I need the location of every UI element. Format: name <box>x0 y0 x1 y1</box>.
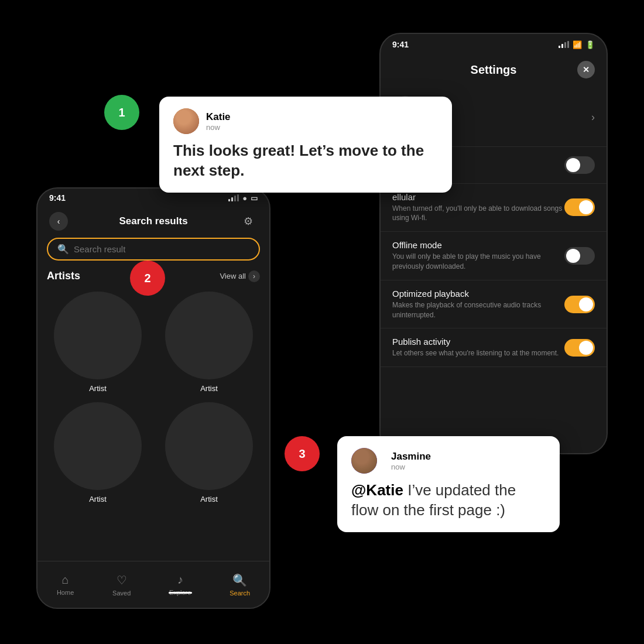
gear-button[interactable]: ⚙ <box>239 212 258 231</box>
notif-meta-katie: Katie now <box>206 111 231 132</box>
settings-label-optimized: Optimized playback <box>392 289 564 299</box>
notif-time-katie: now <box>206 123 231 132</box>
battery-icon-settings: 🔋 <box>585 40 595 49</box>
phone-settings: 9:41 📶 🔋 Settings ✕ me! › When your song… <box>379 33 608 454</box>
avatar-jasmine <box>351 448 377 474</box>
toggle-hint[interactable] <box>564 156 595 174</box>
wifi-icon: ● <box>242 194 247 203</box>
nav-search[interactable]: 🔍 Search <box>229 573 250 597</box>
status-time-settings: 9:41 <box>392 40 409 49</box>
view-all-label: View all <box>220 272 246 280</box>
search-input[interactable]: Search result <box>74 244 249 254</box>
arrow-right-icon: › <box>591 111 595 124</box>
nav-search-label: Search <box>229 590 250 597</box>
artist-item-1[interactable]: Artist <box>47 292 149 393</box>
artist-avatar-4 <box>165 402 253 490</box>
close-button[interactable]: ✕ <box>577 61 595 78</box>
settings-label-publish: Publish activity <box>392 337 564 347</box>
artist-item-4[interactable]: Artist <box>158 402 260 503</box>
settings-title: Settings <box>410 63 577 77</box>
settings-desc-offline: You will only be able to play the music … <box>392 252 564 272</box>
search-icon: 🔍 <box>57 244 69 255</box>
search-nav-icon: 🔍 <box>232 573 247 587</box>
status-time-music: 9:41 <box>49 193 66 203</box>
saved-icon: ♡ <box>117 573 127 587</box>
home-icon: ⌂ <box>62 573 69 587</box>
back-button[interactable]: ‹ <box>49 212 68 231</box>
nav-home[interactable]: ⌂ Home <box>57 573 74 596</box>
settings-item-text-cellular: ellular When turned off, you'll only be … <box>392 192 564 224</box>
avatar-katie <box>173 108 199 134</box>
phone-music: 9:41 ● ▭ ‹ Search results ⚙ 🔍 Search res… <box>36 187 270 609</box>
notif-message-katie: This looks great! Let’s move to the next… <box>173 141 438 181</box>
status-bar-settings: 9:41 📶 🔋 <box>381 34 607 55</box>
artist-name-1: Artist <box>89 384 107 393</box>
notif-header-katie: Katie now <box>173 108 438 134</box>
artists-grid: Artist Artist Artist Artist <box>47 292 260 503</box>
toggle-cellular[interactable] <box>564 198 595 216</box>
search-bar[interactable]: 🔍 Search result <box>47 238 260 261</box>
artists-title: Artists <box>47 270 80 282</box>
back-icon: ‹ <box>57 217 60 226</box>
artist-item-3[interactable]: Artist <box>47 402 149 503</box>
toggle-optimized[interactable] <box>564 296 595 313</box>
settings-label-offline: Offline mode <box>392 240 564 250</box>
nav-active-indicator <box>169 592 192 594</box>
artist-avatar-2 <box>165 292 253 379</box>
artist-avatar-1 <box>54 292 142 379</box>
notification-katie: Katie now This looks great! Let’s move t… <box>159 97 452 193</box>
view-all-arrow: › <box>248 270 260 282</box>
settings-header: Settings ✕ <box>381 55 607 88</box>
signal-icon <box>228 194 239 201</box>
artist-name-3: Artist <box>89 495 107 503</box>
notif-header-jasmine: Jasmine now <box>351 448 546 474</box>
gear-icon: ⚙ <box>244 215 253 228</box>
bottom-nav: ⌂ Home ♡ Saved ♪ Explore 🔍 Search <box>37 561 269 608</box>
status-icons-settings: 📶 🔋 <box>559 40 595 49</box>
view-all-button[interactable]: View all › <box>220 270 260 282</box>
settings-item-text-offline: Offline mode You will only be able to pl… <box>392 240 564 272</box>
settings-item-publish[interactable]: Publish activity Let others see what you… <box>381 328 607 367</box>
settings-label-cellular: ellular <box>392 192 564 202</box>
artist-item-2[interactable]: Artist <box>158 292 260 393</box>
settings-item-text-optimized: Optimized playback Makes the playback of… <box>392 289 564 320</box>
toggle-offline[interactable] <box>564 247 595 265</box>
notification-jasmine: Jasmine now @Katie I’ve updated the flow… <box>337 436 560 532</box>
status-icons-music: ● ▭ <box>228 194 258 203</box>
artist-name-4: Artist <box>200 495 218 503</box>
notif-message-jasmine: @Katie I’ve updated the flow on the firs… <box>351 481 546 520</box>
nav-home-label: Home <box>57 589 74 596</box>
signal-icon-settings <box>559 41 569 48</box>
notif-name-katie: Katie <box>206 111 231 123</box>
wifi-icon-settings: 📶 <box>573 40 582 49</box>
settings-desc-publish: Let others see what you're listening to … <box>392 348 564 358</box>
settings-item-optimized[interactable]: Optimized playback Makes the playback of… <box>381 280 607 329</box>
page-title-music: Search results <box>119 215 187 227</box>
step-badge-1: 1 <box>104 95 139 130</box>
notif-mention-jasmine: @Katie <box>351 481 403 499</box>
artist-name-2: Artist <box>200 384 218 393</box>
artist-avatar-3 <box>54 402 142 490</box>
nav-saved[interactable]: ♡ Saved <box>112 573 131 597</box>
phone-header-music: ‹ Search results ⚙ <box>37 207 269 238</box>
notif-name-jasmine: Jasmine <box>391 451 431 463</box>
notif-meta-jasmine: Jasmine now <box>391 451 431 471</box>
settings-item-text-publish: Publish activity Let others see what you… <box>392 337 564 358</box>
settings-item-offline[interactable]: Offline mode You will only be able to pl… <box>381 232 607 280</box>
nav-explore[interactable]: ♪ Explore <box>169 573 191 596</box>
nav-saved-label: Saved <box>112 590 131 597</box>
close-icon: ✕ <box>583 65 590 74</box>
battery-icon: ▭ <box>251 194 258 203</box>
settings-desc-optimized: Makes the playback of consecutive audio … <box>392 300 564 320</box>
step-badge-2: 2 <box>130 261 165 296</box>
notif-time-jasmine: now <box>391 463 431 471</box>
toggle-publish[interactable] <box>564 339 595 357</box>
explore-icon: ♪ <box>177 573 183 587</box>
step-badge-3: 3 <box>285 436 320 471</box>
settings-desc-cellular: When turned off, you'll only be able to … <box>392 204 564 224</box>
artists-section: Artists View all › Artist Artist Artist … <box>37 270 269 503</box>
